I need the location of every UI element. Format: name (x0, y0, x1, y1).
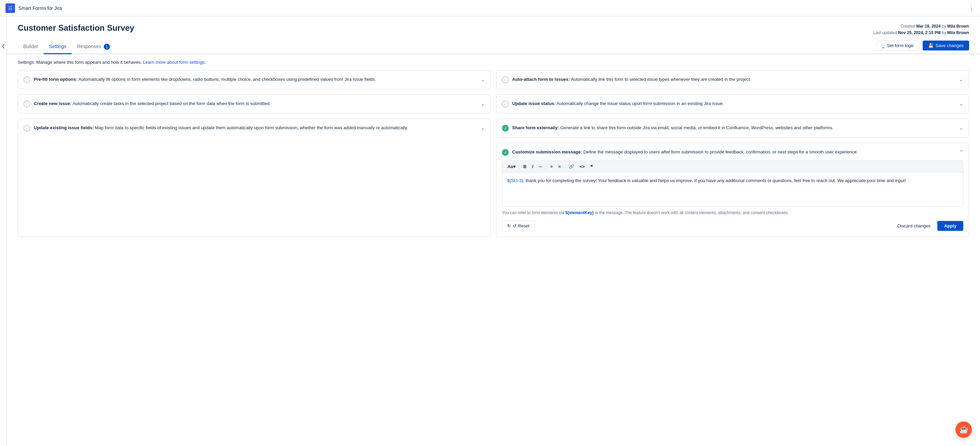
status-icon-customize: ✓ (502, 149, 509, 156)
toolbar-font-btn[interactable]: Aa▾ (506, 163, 517, 170)
check-icon: ✓ (504, 126, 507, 130)
editor-variable: ${SLI-3} (507, 178, 523, 183)
toolbar-sep-1 (519, 164, 520, 170)
sidebar-toggle[interactable]: ❮ (0, 16, 7, 446)
card-left: ✓ Update existing issue fields: Map form… (24, 124, 408, 132)
set-logic-icon: ⎯ (882, 43, 885, 48)
navbar: ☷ Smart Forms for Jira ⋮ (0, 0, 980, 16)
card-left: ✓ Customize submission message: Define t… (502, 149, 858, 156)
chevron-share[interactable]: ⌄ (959, 125, 963, 130)
updated-meta: Last updated Nov 25, 2024, 2:15 PM by Mi… (873, 30, 969, 36)
toolbar-bold-btn[interactable]: B (522, 163, 528, 170)
right-col-bottom: ✓ Share form externally: Generate a link… (496, 119, 969, 237)
status-icon-update-fields: ✓ (24, 125, 30, 132)
element-key-var: ${elementKey} (565, 210, 594, 215)
created-by: Mila Brown (947, 24, 969, 29)
action-row: ↻ ↺ Reset Discard changes Apply (502, 221, 963, 231)
editor-body[interactable]: ${SLI-3}, thank you for completing the s… (502, 173, 963, 206)
chevron-auto-attach[interactable]: ⌄ (959, 77, 963, 82)
app-title: Smart Forms for Jira (18, 5, 62, 11)
toolbar-link-btn[interactable]: 🔗 (567, 163, 576, 170)
toolbar-unordered-list-btn[interactable]: ≡ (548, 163, 555, 170)
card-text-update-fields: Update existing issue fields: Map form d… (34, 124, 408, 131)
editor-note: You can refer to form elements via ${ele… (502, 210, 963, 216)
rich-text-editor[interactable]: Aa▾ B I ··· ≡ ≡ 🔗 <> ❝ (502, 160, 963, 207)
settings-grid: ✓ Pre-fill form options: Automatically f… (7, 68, 980, 245)
card-left: ✓ Update issue status: Automatically cha… (502, 100, 724, 107)
apply-button[interactable]: Apply (937, 221, 963, 231)
fab-icon: ☕ (959, 425, 969, 434)
chevron-create-issue[interactable]: ⌄ (481, 101, 485, 106)
chevron-update-fields[interactable]: ⌄ (481, 125, 485, 130)
editor-toolbar: Aa▾ B I ··· ≡ ≡ 🔗 <> ❝ (502, 161, 963, 173)
more-options-button[interactable]: ⋮ (969, 5, 975, 12)
setting-card-share: ✓ Share form externally: Generate a link… (496, 119, 969, 137)
card-text-create-issue: Create new issue: Automatically create t… (34, 100, 270, 107)
setting-card-create-issue: ✓ Create new issue: Automatically create… (18, 94, 491, 113)
tab-settings[interactable]: Settings (44, 40, 72, 54)
app-logo: ☷ (5, 3, 15, 13)
card-text-auto-attach: Auto-attach form to issues: Automaticall… (512, 76, 751, 83)
status-icon-prefill: ✓ (24, 76, 30, 83)
toolbar-ordered-list-btn[interactable]: ≡ (557, 163, 563, 170)
check-icon: ✓ (25, 126, 29, 130)
status-icon-update-status: ✓ (502, 101, 509, 107)
status-icon-auto-attach: ✓ (502, 76, 509, 83)
responses-badge: 1 (104, 44, 110, 50)
page-wrapper: ❮ Customer Satisfaction Survey Created M… (0, 16, 980, 446)
card-header: ✓ Pre-fill form options: Automatically f… (24, 76, 485, 83)
page-header: Customer Satisfaction Survey Created Mar… (7, 16, 980, 36)
card-header: ✓ Auto-attach form to issues: Automatica… (502, 76, 963, 83)
setting-card-prefill: ✓ Pre-fill form options: Automatically f… (18, 70, 491, 89)
set-form-logic-button[interactable]: ⎯ Set form logic (877, 40, 919, 51)
toolbar-sep-2 (546, 164, 546, 170)
updated-date: Nov 25, 2024, 2:15 PM (898, 30, 941, 35)
chevron-customize[interactable]: ⌃ (959, 149, 963, 155)
toolbar-italic-btn[interactable]: I (530, 163, 535, 170)
toolbar-sep-3 (565, 164, 565, 170)
updated-by: Mila Brown (947, 30, 969, 35)
tabs-left: Builder Settings Responses 1 (18, 40, 115, 54)
fab-button[interactable]: ☕ (955, 421, 972, 438)
main-content: Customer Satisfaction Survey Created Mar… (7, 16, 980, 446)
settings-description: Settings: Manage where this form appears… (7, 54, 980, 68)
save-changes-button[interactable]: 💾 Save changes (923, 41, 969, 51)
card-header: ✓ Update issue status: Automatically cha… (502, 100, 963, 107)
toolbar-code-btn[interactable]: <> (578, 163, 587, 170)
save-icon: 💾 (928, 43, 934, 48)
card-text-update-status: Update issue status: Automatically chang… (512, 100, 724, 107)
editor-content: , thank you for completing the survey! Y… (523, 178, 906, 183)
status-icon-create-issue: ✓ (24, 101, 30, 107)
tab-responses[interactable]: Responses 1 (72, 40, 115, 54)
tabs-row: Builder Settings Responses 1 ⎯ Set form … (7, 40, 980, 54)
toolbar-more-btn[interactable]: ··· (537, 163, 544, 170)
card-header-customize: ✓ Customize submission message: Define t… (502, 149, 963, 156)
status-icon-share: ✓ (502, 125, 509, 132)
learn-more-link[interactable]: Learn more about form settings. (143, 60, 206, 65)
page-title: Customer Satisfaction Survey (18, 23, 134, 33)
discard-changes-button[interactable]: Discard changes (894, 221, 934, 231)
card-left: ✓ Share form externally: Generate a link… (502, 124, 833, 132)
tab-builder[interactable]: Builder (18, 40, 44, 54)
chevron-prefill[interactable]: ⌄ (481, 77, 485, 82)
check-icon: ✓ (25, 102, 29, 106)
setting-card-auto-attach: ✓ Auto-attach form to issues: Automatica… (496, 70, 969, 89)
card-left: ✓ Pre-fill form options: Automatically f… (24, 76, 376, 83)
tabs-right: ⎯ Set form logic 💾 Save changes (877, 40, 969, 54)
card-text-prefill: Pre-fill form options: Automatically fil… (34, 76, 376, 83)
navbar-left: ☷ Smart Forms for Jira (5, 3, 62, 13)
toolbar-quote-btn[interactable]: ❝ (589, 163, 594, 170)
setting-card-customize-submission: ✓ Customize submission message: Define t… (496, 143, 969, 237)
created-date: Mar 19, 2024 (916, 24, 940, 29)
reset-button[interactable]: ↻ ↺ Reset (502, 221, 535, 231)
setting-card-update-fields: ✓ Update existing issue fields: Map form… (18, 119, 491, 237)
card-header: ✓ Share form externally: Generate a link… (502, 124, 963, 132)
page-meta: Created Mar 19, 2024 by Mila Brown Last … (873, 23, 969, 36)
card-header: ✓ Create new issue: Automatically create… (24, 100, 485, 107)
chevron-update-status[interactable]: ⌄ (959, 101, 963, 106)
action-row-right: Discard changes Apply (894, 221, 963, 231)
reset-icon: ↻ (507, 223, 511, 229)
check-icon: ✓ (504, 150, 507, 155)
card-text-share: Share form externally: Generate a link t… (512, 124, 833, 131)
card-header: ✓ Update existing issue fields: Map form… (24, 124, 485, 132)
